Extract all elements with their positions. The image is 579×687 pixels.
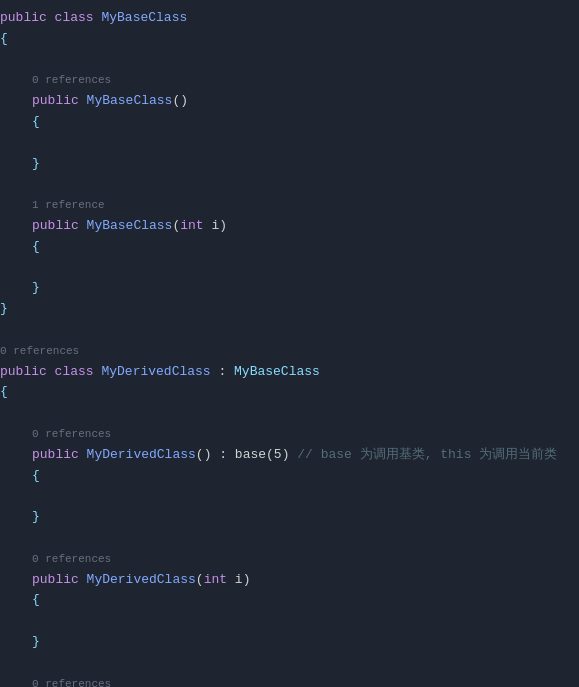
- code-line: [0, 133, 579, 154]
- code-line: }: [0, 278, 579, 299]
- code-line: public MyBaseClass(int i): [0, 216, 579, 237]
- code-line: 0 references: [0, 424, 579, 445]
- code-line: public class MyBaseClass: [0, 8, 579, 29]
- code-line: {: [0, 590, 579, 611]
- code-line: }: [0, 632, 579, 653]
- code-line: }: [0, 507, 579, 528]
- code-line: [0, 403, 579, 424]
- code-line: [0, 528, 579, 549]
- code-editor: public class MyBaseClass{ 0 referencespu…: [0, 0, 579, 687]
- code-line: {: [0, 382, 579, 403]
- code-line: }: [0, 154, 579, 175]
- code-line: 0 references: [0, 674, 579, 688]
- code-line: }: [0, 299, 579, 320]
- code-line: 1 reference: [0, 195, 579, 216]
- code-line: [0, 174, 579, 195]
- code-line: [0, 653, 579, 674]
- code-line: [0, 486, 579, 507]
- code-line: 0 references: [0, 70, 579, 91]
- code-line: [0, 320, 579, 341]
- code-line: public MyDerivedClass(int i): [0, 570, 579, 591]
- code-line: {: [0, 466, 579, 487]
- code-line: {: [0, 237, 579, 258]
- code-line: [0, 611, 579, 632]
- code-line: 0 references: [0, 341, 579, 362]
- code-line: [0, 50, 579, 71]
- code-line: {: [0, 29, 579, 50]
- code-line: public MyBaseClass(): [0, 91, 579, 112]
- code-line: {: [0, 112, 579, 133]
- code-line: public class MyDerivedClass : MyBaseClas…: [0, 362, 579, 383]
- code-line: [0, 258, 579, 279]
- code-line: public MyDerivedClass() : base(5) // bas…: [0, 445, 579, 466]
- code-line: 0 references: [0, 549, 579, 570]
